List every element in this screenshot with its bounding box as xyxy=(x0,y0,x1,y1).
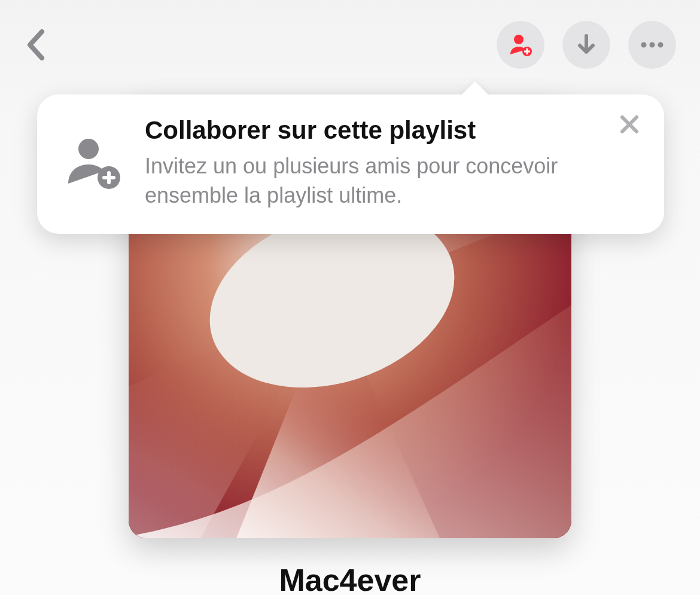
download-icon xyxy=(574,33,598,57)
popover-title: Collaborer sur cette playlist xyxy=(145,116,638,145)
svg-rect-3 xyxy=(524,51,530,53)
playlist-title: Mac4ever xyxy=(0,562,700,595)
svg-point-0 xyxy=(514,35,524,44)
more-button[interactable] xyxy=(628,21,676,69)
header-bar xyxy=(0,0,700,78)
more-icon xyxy=(639,41,665,48)
popover-content: Collaborer sur cette playlist Invitez un… xyxy=(145,116,638,210)
popover-close-button[interactable] xyxy=(616,111,643,138)
back-button[interactable] xyxy=(18,27,54,63)
svg-point-7 xyxy=(658,42,664,48)
popover-subtitle: Invitez un ou plusieurs amis pour concev… xyxy=(145,152,638,210)
collaborate-button[interactable] xyxy=(497,21,544,69)
close-icon xyxy=(619,114,640,135)
person-add-icon xyxy=(507,32,534,58)
svg-point-14 xyxy=(78,139,99,159)
svg-point-6 xyxy=(650,42,655,48)
svg-point-5 xyxy=(641,42,647,48)
svg-rect-17 xyxy=(102,176,115,179)
download-button[interactable] xyxy=(562,21,610,69)
collaborate-popover: Collaborer sur cette playlist Invitez un… xyxy=(37,94,664,234)
header-actions xyxy=(497,21,676,69)
person-add-large-icon xyxy=(63,132,123,194)
chevron-left-icon xyxy=(24,27,48,63)
